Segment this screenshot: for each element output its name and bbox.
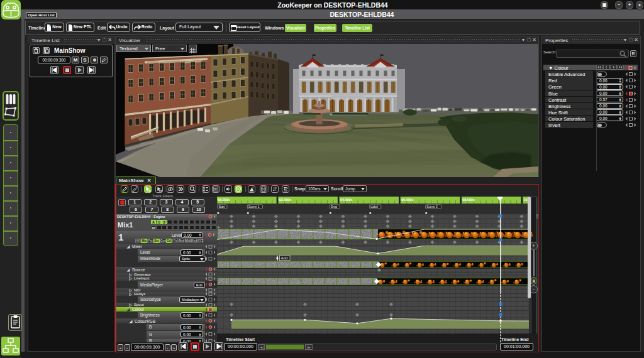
svg-text:Label: Label <box>370 205 378 209</box>
svg-text:10: 10 <box>524 198 528 202</box>
svg-text:04.000s: 04.000s <box>340 198 353 202</box>
svg-text:06.000s: 06.000s <box>401 198 414 202</box>
svg-text:Start: Start <box>218 205 225 209</box>
svg-text:Drop: Drop <box>331 205 338 209</box>
svg-text:02.000s: 02.000s <box>279 198 292 202</box>
svg-text:Scene 1: Scene 1 <box>248 205 260 209</box>
svg-text:00.000s: 00.000s <box>218 198 231 202</box>
svg-text:08.000s: 08.000s <box>462 198 475 202</box>
svg-text:Add: Add <box>281 256 287 260</box>
svg-text:Scene 2: Scene 2 <box>426 205 438 209</box>
